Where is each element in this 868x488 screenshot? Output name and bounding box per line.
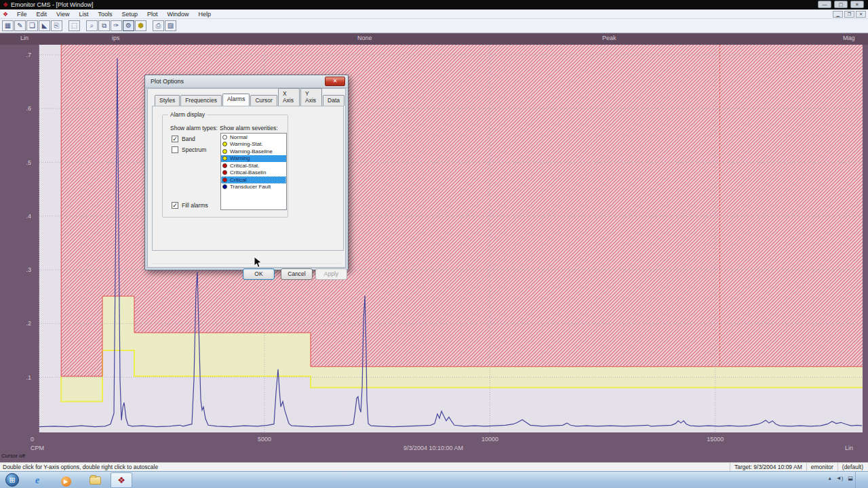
amplitude-label[interactable]: Mag: [843, 35, 855, 41]
main-title-bar: ❖ Emonitor CMS - [Plot Window] — ▢ ✕: [0, 0, 868, 9]
cancel-button[interactable]: Cancel: [281, 268, 313, 280]
y-tick-label: .2: [16, 320, 31, 327]
menu-window[interactable]: Window: [163, 11, 194, 18]
lock-icon[interactable]: ⬢: [135, 20, 146, 31]
start-button[interactable]: ⊞: [5, 473, 19, 487]
new-page-icon[interactable]: ❏: [26, 20, 38, 31]
dialog-separator: [152, 264, 341, 265]
spectrum-plot[interactable]: [0, 33, 868, 462]
trend-chart-icon[interactable]: ◣: [39, 20, 50, 31]
tab-cursor[interactable]: Cursor: [250, 95, 277, 106]
plot-timestamp: 9/3/2004 10:10:00 AM: [403, 445, 463, 451]
menu-tools[interactable]: Tools: [93, 11, 117, 18]
menu-bar: ❖ FileEditViewListToolsSetupPlotWindowHe…: [0, 9, 868, 19]
fill-alarms-checkbox[interactable]: ✓ Fill alarms: [172, 202, 208, 209]
report-page-icon[interactable]: ⬚: [68, 20, 80, 31]
taskbar-item-explorer[interactable]: [86, 474, 104, 487]
show-alarm-types-label: Show alarm types:: [170, 125, 218, 131]
critical-band: [61, 45, 102, 376]
window-type-label[interactable]: None: [357, 35, 372, 41]
tab-y-axis[interactable]: Y Axis: [300, 88, 322, 106]
severity-label: Transducer Fault: [230, 184, 271, 190]
tab-frequencies[interactable]: Frequencies: [180, 95, 222, 106]
fill-alarms-checkbox-box[interactable]: ✓: [172, 202, 178, 209]
plot-window[interactable]: Lin ips None Peak Mag CPM 9/3/2004 10:10…: [0, 33, 868, 462]
dialog-title[interactable]: Plot Options: [145, 75, 348, 88]
mdi-restore-button[interactable]: ❐: [844, 11, 854, 18]
spectrum-checkbox-box[interactable]: [172, 146, 178, 153]
severity-warning[interactable]: Warning: [221, 155, 286, 163]
severity-label: Normal: [230, 134, 248, 140]
spectrum-label: Spectrum: [182, 146, 206, 153]
tools-wrench-icon[interactable]: ⚙: [123, 20, 134, 31]
taskbar-item-internet-explorer[interactable]: e: [28, 474, 46, 487]
toolbar: ▦✎❏◣⎘⬚⌕⧉✑⚙⬢⎙▨: [0, 19, 868, 33]
menu-setup[interactable]: Setup: [117, 11, 143, 18]
alarms-tab-panel: Alarm display Show alarm types: Show ala…: [152, 106, 344, 251]
clipboard-icon[interactable]: ⎘: [51, 20, 62, 31]
plot-window-icon[interactable]: ▦: [2, 20, 14, 31]
spectrum-checkbox[interactable]: Spectrum: [172, 146, 206, 153]
menu-edit[interactable]: Edit: [32, 11, 52, 18]
network-icon[interactable]: ⬓: [848, 475, 853, 481]
band-checkbox[interactable]: ✓Band: [172, 136, 195, 142]
severity-color-icon: [222, 135, 227, 140]
band-label: Band: [182, 136, 195, 142]
severity-critical[interactable]: Critical: [221, 176, 286, 184]
dialog-close-icon[interactable]: ✕: [325, 77, 345, 86]
hidden-icons-icon[interactable]: ▴: [829, 475, 831, 481]
group-label: Alarm display: [168, 111, 207, 118]
menu-view[interactable]: View: [52, 11, 74, 18]
x-axis-unit-label[interactable]: CPM: [31, 445, 44, 451]
tab-alarms[interactable]: Alarms: [222, 94, 250, 106]
severity-critical-baselin[interactable]: Critical-Baselin: [221, 169, 286, 177]
y-scale-label[interactable]: Lin: [20, 35, 28, 41]
severity-transducer-fault[interactable]: Transducer Fault: [221, 184, 286, 191]
severity-color-icon: [222, 178, 227, 182]
menu-plot[interactable]: Plot: [142, 11, 163, 18]
menu-list[interactable]: List: [74, 11, 93, 18]
minimize-button[interactable]: —: [818, 1, 831, 8]
x-scale-label[interactable]: Lin: [845, 445, 853, 451]
status-bar: Double click for Y-axis options, double …: [0, 462, 868, 471]
taskbar-item-emonitor[interactable]: ❖: [111, 472, 132, 488]
severity-normal[interactable]: Normal: [221, 134, 286, 141]
ok-button[interactable]: OK: [243, 268, 275, 280]
taskbar-divider: [855, 472, 856, 488]
media-player-icon: ▶: [61, 476, 71, 487]
severity-label: Critical-Stat.: [230, 163, 260, 169]
severity-listbox[interactable]: NormalWarning-Stat.Warning-BaselineWarni…: [220, 133, 287, 210]
volume-icon[interactable]: ◄): [836, 475, 844, 481]
y-tick-label: .3: [16, 266, 31, 273]
menu-file[interactable]: File: [12, 11, 32, 18]
print-icon[interactable]: ⎙: [153, 20, 164, 31]
band-checkbox-box[interactable]: ✓: [172, 136, 178, 142]
x-tick-label: 10000: [469, 436, 510, 443]
x-tick-label: 15000: [695, 436, 736, 443]
tab-data[interactable]: Data: [323, 95, 344, 106]
warning-band: [61, 376, 102, 401]
taskbar-item-media-player[interactable]: ▶: [57, 474, 75, 487]
status-target: Target: 9/3/2004 10:09 AM: [730, 463, 806, 471]
severity-warning-stat[interactable]: Warning-Stat.: [221, 141, 286, 148]
detection-label[interactable]: Peak: [602, 35, 616, 41]
y-tick-label: .4: [16, 213, 31, 220]
severity-warning-baseline[interactable]: Warning-Baseline: [221, 148, 286, 155]
severity-critical-stat[interactable]: Critical-Stat.: [221, 162, 286, 169]
mdi-close-button[interactable]: ✕: [856, 11, 866, 18]
mdi-minimize-button[interactable]: ▁: [833, 11, 843, 18]
export-chart-icon[interactable]: ▨: [165, 20, 176, 31]
app-logo-icon: ❖: [3, 1, 8, 8]
pointer-page-icon[interactable]: ✑: [111, 20, 122, 31]
zoom-icon[interactable]: ⌕: [86, 20, 98, 31]
menu-help[interactable]: Help: [194, 11, 216, 18]
tab-styles[interactable]: Styles: [155, 95, 180, 106]
units-label[interactable]: ips: [112, 35, 120, 41]
close-button[interactable]: ✕: [850, 1, 864, 8]
severity-color-icon: [222, 149, 227, 154]
maximize-button[interactable]: ▢: [834, 1, 848, 8]
severity-color-icon: [222, 163, 227, 168]
copy-pages-icon[interactable]: ⧉: [98, 20, 110, 31]
tab-x-axis[interactable]: X Axis: [278, 88, 300, 106]
edit-pen-icon[interactable]: ✎: [14, 20, 26, 31]
